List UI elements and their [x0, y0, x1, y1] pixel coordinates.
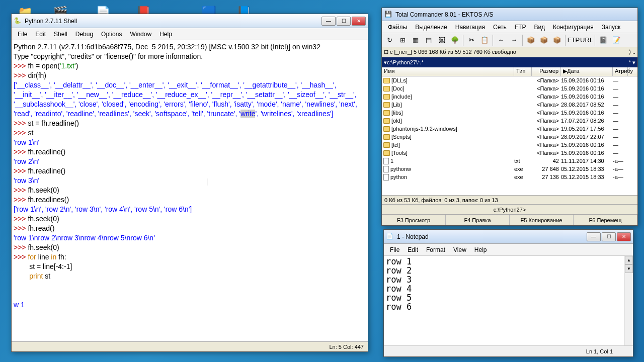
toolbar-button[interactable]: 📦: [525, 34, 537, 46]
toolbar-button[interactable]: FTP: [568, 34, 580, 46]
notepad-icon: 📄: [386, 233, 394, 241]
column-header[interactable]: ▶Дата: [561, 67, 613, 76]
menu-ftp[interactable]: FTP: [511, 22, 530, 32]
file-row[interactable]: [include]<Папка>15.09.2016 00:16—: [382, 93, 637, 101]
command-line[interactable]: c:\Python27>: [382, 204, 637, 214]
file-icon: [383, 158, 389, 164]
scroll-up-icon[interactable]: ▲: [625, 256, 633, 264]
file-row[interactable]: [DLLs]<Папка>15.09.2016 00:16—: [382, 76, 637, 84]
file-row[interactable]: [Lib]<Папка>28.08.2017 08:52—: [382, 101, 637, 109]
toolbar-button[interactable]: ⊞: [396, 34, 409, 46]
window-title: Python 2.7.11 Shell: [25, 18, 321, 25]
notepad-window: 📄 1 - Notepad — ☐ ✕ FileEditFormatViewHe…: [383, 229, 633, 357]
fkey-button[interactable]: F4 Правка: [446, 215, 510, 225]
scrollbar[interactable]: ▲ ▼: [624, 256, 633, 345]
folder-icon: [383, 142, 390, 148]
menu-запуск[interactable]: Запуск: [598, 22, 625, 32]
file-row[interactable]: pythonwexe27 64805.12.2015 18:33-a—: [382, 165, 637, 173]
python-icon: 🐍: [14, 17, 22, 25]
folder-icon: [383, 78, 390, 83]
fkey-bar: F3 ПросмотрF4 ПравкаF5 КопированиеF6 Пер…: [382, 214, 637, 225]
titlebar[interactable]: 💾 Total Commander 8.01 - EKTOS A/S: [382, 8, 637, 21]
menu-options[interactable]: Options: [97, 29, 126, 39]
menu-format[interactable]: Format: [422, 245, 449, 255]
file-row[interactable]: [phantomjs-1.9.2-windows]<Папка>19.05.20…: [382, 125, 637, 133]
toolbar-button[interactable]: ▤: [423, 34, 435, 46]
file-row[interactable]: pythonexe27 13605.12.2015 18:33-a—: [382, 173, 637, 181]
file-row[interactable]: [Tools]<Папка>15.09.2016 00:16—: [382, 149, 637, 157]
fkey-button[interactable]: F3 Просмотр: [382, 215, 446, 225]
toolbar-button[interactable]: 🖼: [436, 34, 448, 46]
list-header[interactable]: ИмяТипРазмер▶ДатаАтрибу: [382, 67, 637, 76]
file-list[interactable]: [DLLs]<Папка>15.09.2016 00:16—[Doc]<Папк…: [382, 76, 637, 195]
status-bar: Ln 1, Col 1: [384, 345, 633, 356]
folder-icon: [383, 86, 390, 92]
menu-конфигурация[interactable]: Конфигурация: [549, 22, 598, 32]
fkey-button[interactable]: F5 Копирование: [510, 215, 574, 225]
toolbar-button[interactable]: URL: [581, 34, 593, 46]
menu-window[interactable]: Window: [126, 29, 155, 39]
window-title: 1 - Notepad: [397, 233, 587, 240]
folder-icon: [383, 134, 390, 140]
menu-выделение[interactable]: Выделение: [411, 22, 451, 32]
column-header[interactable]: Атрибу: [613, 67, 628, 76]
column-header[interactable]: Тип: [514, 67, 532, 76]
menu-навигация[interactable]: Навигация: [451, 22, 489, 32]
toolbar-button[interactable]: →: [508, 34, 520, 46]
maximize-button[interactable]: ☐: [602, 232, 616, 241]
toolbar-button[interactable]: 📦: [538, 34, 550, 46]
menu-help[interactable]: Help: [155, 29, 176, 39]
toolbar: ↻⊞▦▤🖼🌳✂📋←→📦📦📦FTPURL📓📝: [382, 33, 637, 47]
close-button[interactable]: ✕: [352, 17, 366, 26]
status-bar: 0 Кб из 53 Кб, файлов: 0 из 3, папок: 0 …: [382, 195, 637, 204]
folder-icon: [383, 102, 390, 108]
menu-edit[interactable]: Edit: [404, 245, 422, 255]
menu-view[interactable]: View: [449, 245, 470, 255]
menubar: FileEditFormatViewHelp: [384, 244, 633, 256]
python-shell-window: 🐍 Python 2.7.11 Shell — ☐ ✕ FileEditShel…: [11, 14, 368, 352]
titlebar[interactable]: 📄 1 - Notepad — ☐ ✕: [384, 230, 633, 244]
tc-icon: 💾: [384, 11, 392, 19]
folder-icon: [383, 126, 390, 132]
minimize-button[interactable]: —: [321, 17, 336, 26]
maximize-button[interactable]: ☐: [337, 17, 351, 26]
file-row[interactable]: [Doc]<Папка>15.09.2016 00:16—: [382, 84, 637, 93]
fkey-button[interactable]: F6 Перемещ: [574, 215, 637, 225]
toolbar-button[interactable]: 📦: [551, 34, 563, 46]
drive-info[interactable]: ⊟ c [_нет_] 5 066 168 Кб из 59 512 760 К…: [382, 47, 637, 57]
shell-output[interactable]: Python 2.7.11 (v2.7.11:6d1b6a68f775, Dec…: [12, 40, 368, 341]
toolbar-button[interactable]: 📝: [610, 34, 622, 46]
menu-shell[interactable]: Shell: [50, 29, 71, 39]
menubar: ФайлыВыделениеНавигацияСетьFTPВидКонфигу…: [382, 21, 637, 33]
toolbar-button[interactable]: ↻: [383, 34, 395, 46]
file-row[interactable]: [tcl]<Папка>15.09.2016 00:16—: [382, 141, 637, 149]
file-row[interactable]: [libs]<Папка>15.09.2016 00:16—: [382, 109, 637, 117]
menu-file[interactable]: File: [386, 245, 404, 255]
titlebar[interactable]: 🐍 Python 2.7.11 Shell — ☐ ✕: [12, 14, 368, 28]
menu-debug[interactable]: Debug: [71, 29, 97, 39]
minimize-button[interactable]: —: [587, 232, 601, 241]
toolbar-button[interactable]: 📓: [597, 34, 609, 46]
menu-edit[interactable]: Edit: [31, 29, 50, 39]
menu-help[interactable]: Help: [470, 245, 491, 255]
file-row[interactable]: [old]<Папка>17.07.2017 08:26—: [382, 117, 637, 125]
toolbar-button[interactable]: ▦: [410, 34, 422, 46]
menu-файлы[interactable]: Файлы: [384, 22, 411, 32]
toolbar-button[interactable]: 🌳: [449, 34, 461, 46]
close-button[interactable]: ✕: [617, 232, 631, 241]
folder-icon: [383, 118, 390, 124]
menu-file[interactable]: File: [14, 29, 31, 39]
column-header[interactable]: Имя: [382, 67, 514, 76]
toolbar-button[interactable]: 📋: [478, 34, 491, 46]
toolbar-button[interactable]: ✂: [465, 34, 477, 46]
status-bar: Ln: 5 Col: 447: [12, 341, 368, 351]
file-row[interactable]: [Scripts]<Папка>28.09.2017 22:07—: [382, 133, 637, 141]
menu-вид[interactable]: Вид: [530, 22, 549, 32]
text-area[interactable]: row 1 row 2 row 3 row 4 row 5 row 6: [384, 256, 624, 345]
file-row[interactable]: 1txt4211.11.2017 14:30-a—: [382, 157, 637, 165]
path-bar[interactable]: ▾c:\Python27\*.** ▾: [382, 57, 637, 67]
menu-сеть[interactable]: Сеть: [489, 22, 511, 32]
column-header[interactable]: Размер: [532, 67, 561, 76]
toolbar-button[interactable]: ←: [495, 34, 507, 46]
scroll-down-icon[interactable]: ▼: [625, 264, 633, 273]
